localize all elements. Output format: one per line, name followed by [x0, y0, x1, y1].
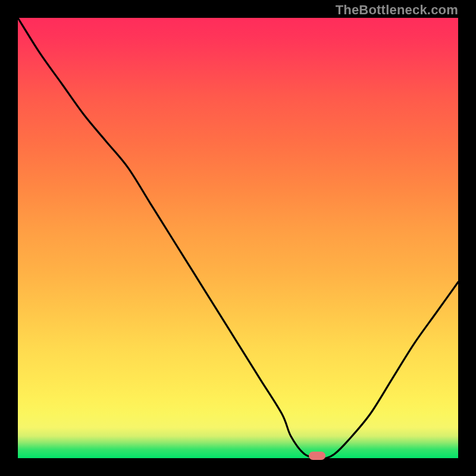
bottleneck-curve [18, 18, 458, 458]
plot-area [18, 18, 458, 458]
watermark-text: TheBottleneck.com [336, 2, 458, 18]
optimal-marker [309, 452, 325, 460]
chart-frame: TheBottleneck.com [0, 0, 476, 476]
